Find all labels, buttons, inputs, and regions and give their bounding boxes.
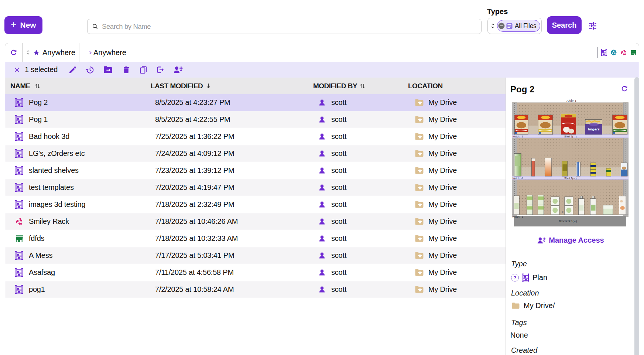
- svg-text:Notch: -1: Notch: -1: [513, 177, 523, 180]
- svg-text:Shelf 1(↔): Shelf 1(↔): [564, 135, 576, 138]
- svg-text:fingers: fingers: [588, 127, 600, 131]
- svg-text:Aisle 1: Aisle 1: [566, 99, 576, 103]
- svg-text:Shelf 2(↔): Shelf 2(↔): [564, 177, 576, 180]
- svg-text:Basedeck 1(↔): Basedeck 1(↔): [559, 220, 577, 223]
- svg-text:Notch: -1: Notch: -1: [513, 135, 523, 138]
- svg-text:Notch: -1: Notch: -1: [513, 215, 523, 218]
